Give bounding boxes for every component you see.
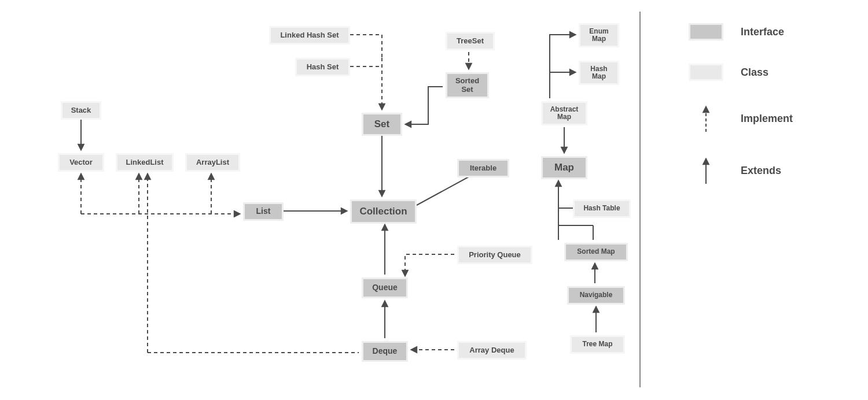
legend-extends-label: Extends	[741, 165, 781, 177]
node-treeset-label: TreeSet	[457, 37, 484, 45]
legend: Interface Class Implement Extends	[689, 23, 856, 208]
node-treemap: Tree Map	[570, 335, 625, 354]
node-linkedlist: LinkedList	[116, 153, 174, 172]
legend-class-swatch	[689, 64, 723, 81]
legend-extends-arrow-icon	[689, 156, 723, 185]
node-priorityqueue: Priority Queue	[457, 246, 532, 264]
legend-interface-row: Interface	[689, 23, 856, 40]
node-abstractmap-label: Abstract Map	[550, 106, 579, 121]
node-arraydeque-label: Array Deque	[469, 346, 514, 354]
node-treemap-label: Tree Map	[582, 340, 612, 348]
node-arraydeque: Array Deque	[457, 341, 527, 360]
node-sortedset: Sorted Set	[446, 72, 489, 98]
node-list: List	[243, 202, 284, 221]
node-stack: Stack	[61, 101, 101, 120]
node-sortedmap-label: Sorted Map	[577, 248, 615, 255]
node-map-label: Map	[554, 162, 574, 173]
legend-implement-arrow-icon	[689, 104, 723, 133]
node-sortedmap: Sorted Map	[564, 243, 628, 261]
node-deque: Deque	[362, 341, 408, 362]
node-linkedhashset: Linked Hash Set	[269, 26, 350, 45]
node-collection: Collection	[350, 199, 417, 224]
node-arraylist-label: ArrayList	[196, 158, 229, 166]
vertical-divider	[639, 12, 641, 387]
node-enummap: Enum Map	[579, 23, 619, 47]
edge	[405, 87, 443, 124]
node-navigable-label: Navigable	[580, 291, 613, 299]
node-hashmap: Hash Map	[579, 61, 619, 85]
node-sortedset-label: Sorted Set	[455, 77, 479, 94]
node-hashset: Hash Set	[295, 58, 350, 76]
node-collection-label: Collection	[359, 206, 407, 217]
node-arraylist: ArrayList	[185, 153, 240, 172]
node-priorityqueue-label: Priority Queue	[469, 251, 521, 259]
node-map: Map	[541, 156, 587, 179]
node-navigable: Navigable	[567, 286, 625, 305]
node-set-label: Set	[374, 119, 389, 130]
legend-class-row: Class	[689, 64, 856, 81]
node-iterable: Iterable	[457, 159, 509, 177]
node-queue: Queue	[362, 277, 408, 298]
node-hashset-label: Hash Set	[307, 63, 339, 71]
edge	[550, 35, 576, 98]
node-treeset: TreeSet	[446, 32, 495, 50]
diagram-stage: StackVectorLinkedListArrayListListLinked…	[0, 0, 868, 400]
legend-implement-row: Implement	[689, 104, 856, 133]
node-hashtable: Hash Table	[573, 199, 631, 218]
node-stack-label: Stack	[71, 106, 91, 114]
node-enummap-label: Enum Map	[589, 28, 608, 43]
legend-class-label: Class	[741, 66, 768, 79]
node-iterable-label: Iterable	[470, 164, 496, 172]
node-hashmap-label: Hash Map	[590, 65, 607, 80]
legend-implement-label: Implement	[741, 113, 793, 125]
node-list-label: List	[256, 207, 271, 216]
node-deque-label: Deque	[373, 347, 398, 355]
node-hashtable-label: Hash Table	[583, 205, 620, 212]
legend-interface-label: Interface	[741, 26, 784, 38]
node-set: Set	[362, 113, 402, 136]
legend-interface-swatch	[689, 23, 723, 40]
node-abstractmap: Abstract Map	[541, 101, 587, 125]
edge	[405, 254, 454, 276]
node-vector: Vector	[58, 153, 104, 172]
node-linkedlist-label: LinkedList	[126, 158, 163, 166]
node-vector-label: Vector	[69, 158, 93, 166]
legend-extends-row: Extends	[689, 156, 856, 185]
node-queue-label: Queue	[372, 283, 398, 292]
node-linkedhashset-label: Linked Hash Set	[280, 31, 339, 39]
